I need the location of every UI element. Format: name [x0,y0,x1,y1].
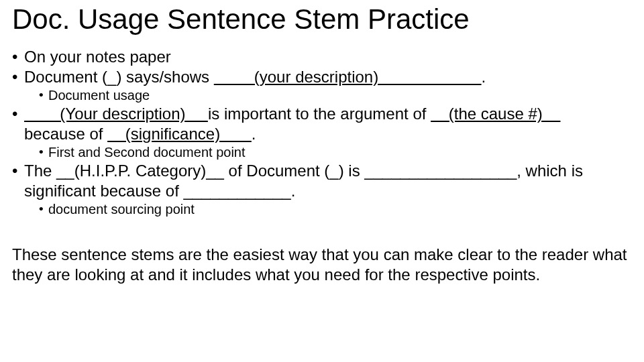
bullet-4-sub: document sourcing point [24,201,632,218]
bullet-3-underline-3: (significance) [107,125,252,143]
bullet-3-underline-1: (Your description) [24,105,208,123]
bullet-3-line2-suffix: . [252,125,256,143]
bullet-3-sub-list: First and Second document point [24,144,632,161]
bullet-4: The __(H.I.P.P. Category)__ of Document … [12,161,632,218]
slide: Doc. Usage Sentence Stem Practice On you… [0,0,644,362]
bullet-2-sub-text: Document usage [48,88,150,103]
bullet-2: Document (_) says/shows (your descriptio… [12,67,632,104]
slide-title: Doc. Usage Sentence Stem Practice [12,4,632,35]
bullet-1-text: On your notes paper [24,48,171,66]
bullet-3-line2-prefix: because of [24,125,107,143]
closing-paragraph: These sentence stems are the easiest way… [12,245,632,285]
bullet-3-mid: is important to the argument of [208,105,431,123]
bullet-1: On your notes paper [12,47,632,67]
bullet-3-sub: First and Second document point [24,144,632,161]
bullet-2-sub-list: Document usage [24,87,632,104]
bullet-4-text: The __(H.I.P.P. Category)__ of Document … [24,162,583,200]
bullet-3: (Your description) is important to the a… [12,104,632,161]
bullet-4-sub-text: document sourcing point [48,202,195,217]
bullet-2-sub: Document usage [24,87,632,104]
bullet-2-suffix: . [482,68,486,86]
bullet-list: On your notes paper Document (_) says/sh… [12,47,632,218]
bullet-2-underline: (your description) [214,68,482,86]
bullet-2-prefix: Document (_) says/shows [24,68,214,86]
bullet-3-sub-text: First and Second document point [48,145,246,160]
bullet-4-sub-list: document sourcing point [24,201,632,218]
bullet-3-underline-2: (the cause #) [431,105,560,123]
